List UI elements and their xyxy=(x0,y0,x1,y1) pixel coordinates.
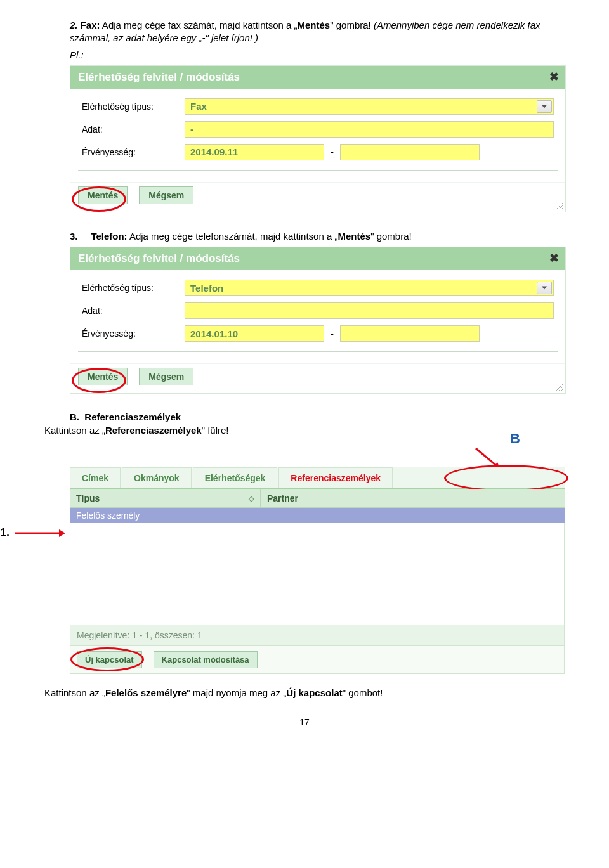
resize-grip-icon[interactable] xyxy=(555,383,564,392)
dialog-title: Elérhetőség felvitel / módosítás ✖ xyxy=(70,66,565,89)
contact-dialog-fax: Elérhetőség felvitel / módosítás ✖ Elérh… xyxy=(70,65,566,212)
step2-text: 2. Fax: Adja meg cége fax számát, majd k… xyxy=(70,19,565,45)
close-icon[interactable]: ✖ xyxy=(549,70,559,84)
save-button[interactable]: Mentés xyxy=(78,368,128,385)
annotation-circle-tab xyxy=(444,465,568,491)
step3-text: 3. Telefon: Adja meg cége telefonszámát,… xyxy=(70,230,565,243)
table-row[interactable]: Felelős személy xyxy=(70,508,565,523)
validity-separator: - xyxy=(324,328,340,339)
validity-from-input[interactable]: 2014.09.11 xyxy=(185,144,324,160)
chevron-down-icon[interactable] xyxy=(537,282,552,294)
chevron-down-icon[interactable] xyxy=(537,100,552,113)
contact-type-select[interactable]: Fax xyxy=(185,98,554,115)
label-contact-type: Elérhetőség típus: xyxy=(78,95,181,118)
annotation-b-label: B xyxy=(510,431,520,447)
save-button[interactable]: Mentés xyxy=(78,186,128,204)
label-data: Adat: xyxy=(78,118,181,141)
svg-line-3 xyxy=(561,208,563,209)
data-input[interactable] xyxy=(185,302,554,319)
tab-documents[interactable]: Okmányok xyxy=(122,467,192,488)
footer-instruction: Kattintson az „Felelős személyre" majd n… xyxy=(44,687,565,699)
svg-line-8 xyxy=(476,448,500,469)
col-type[interactable]: Típus ◇ xyxy=(70,489,261,507)
resize-grip-icon[interactable] xyxy=(555,202,564,211)
tab-reference-persons[interactable]: Referenciaszemélyek xyxy=(278,467,393,488)
annotation-arrow-1: 1. xyxy=(0,526,65,540)
close-icon[interactable]: ✖ xyxy=(549,251,559,265)
sort-icon[interactable]: ◇ xyxy=(249,495,254,503)
reference-persons-panel: B Címek Okmányok Elérhetőségek Referenci… xyxy=(70,467,565,674)
col-partner[interactable]: Partner xyxy=(261,489,565,507)
page-number: 17 xyxy=(44,717,565,727)
label-validity: Érvényesség: xyxy=(78,322,181,345)
dialog-title: Elérhetőség felvitel / módosítás ✖ xyxy=(70,247,565,270)
svg-marker-4 xyxy=(542,287,547,290)
svg-marker-11 xyxy=(59,529,65,537)
contact-type-select[interactable]: Telefon xyxy=(185,280,554,296)
validity-separator: - xyxy=(324,146,340,157)
section-b-instruction: Kattintson az „Referenciaszemélyek" fülr… xyxy=(44,425,565,436)
validity-to-input[interactable] xyxy=(340,144,480,160)
svg-marker-0 xyxy=(542,105,547,108)
step2-example: Pl.: xyxy=(70,49,565,62)
tab-contacts[interactable]: Elérhetőségek xyxy=(193,467,278,488)
grid-footer: Megjelenítve: 1 - 1, összesen: 1 xyxy=(70,625,565,646)
cancel-button[interactable]: Mégsem xyxy=(139,186,193,204)
section-b-heading: B. Referenciaszemélyek xyxy=(70,411,565,422)
label-validity: Érvényesség: xyxy=(78,141,181,164)
svg-line-7 xyxy=(561,389,563,391)
new-relation-button[interactable]: Új kapcsolat xyxy=(77,651,142,668)
data-input[interactable]: - xyxy=(185,121,554,138)
tab-strip: Címek Okmányok Elérhetőségek Referencias… xyxy=(70,467,565,489)
tab-addresses[interactable]: Címek xyxy=(70,467,121,488)
grid-body xyxy=(70,523,565,625)
label-data: Adat: xyxy=(78,299,181,322)
contact-dialog-phone: Elérhetőség felvitel / módosítás ✖ Elérh… xyxy=(70,247,566,394)
validity-to-input[interactable] xyxy=(340,325,480,342)
modify-relation-button[interactable]: Kapcsolat módosítása xyxy=(154,651,258,668)
grid-header: Típus ◇ Partner xyxy=(70,489,565,508)
validity-from-input[interactable]: 2014.01.10 xyxy=(185,325,324,342)
label-contact-type: Elérhetőség típus: xyxy=(78,276,181,299)
cancel-button[interactable]: Mégsem xyxy=(139,368,193,385)
